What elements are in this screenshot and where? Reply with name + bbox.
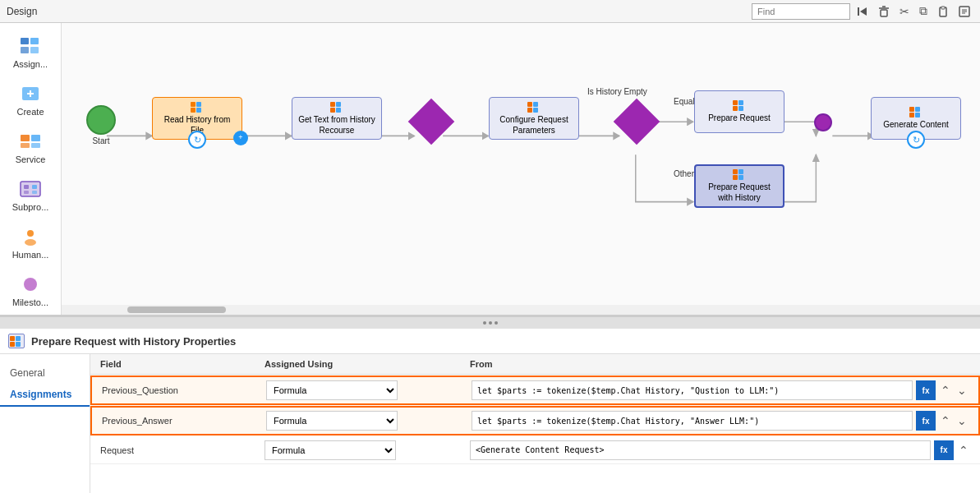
assign-label: Assign... [13,59,48,69]
row3-formula-field: fx ⌃ [470,440,970,460]
sidebar-item-subpro[interactable]: Subpro... [4,173,58,217]
nav-general[interactable]: General [0,362,90,384]
read-history-refresh: ↻ [188,131,206,149]
connector-svg [62,23,980,315]
sidebar-item-service[interactable]: Service [4,125,58,169]
col-assigned: Assigned Using [265,359,470,369]
read-history-badge: + [233,131,248,145]
svg-rect-25 [32,185,37,189]
row1-formula-field: fx ⌃ ⌄ [472,380,968,400]
copy-button[interactable]: ⧉ [916,2,931,20]
row2-assigned: Formula Expression Value [266,411,472,431]
row2-up-btn[interactable]: ⌃ [939,414,952,427]
bottom-panel: Prepare Request with History Properties … [0,329,980,493]
prepare-request-header [733,100,746,111]
row1-formula-select[interactable]: Formula Expression Value [266,380,398,400]
canvas-hscroll[interactable] [62,305,980,315]
row2-down-btn[interactable]: ⌄ [955,414,968,427]
svg-rect-24 [24,185,29,189]
svg-rect-20 [21,143,30,148]
generate-content-refresh: ↻ [907,131,925,149]
panel-body: General Assignments Field Assigned Using… [0,354,980,493]
row2-formula-input[interactable] [472,411,913,431]
panel-icon [8,334,25,348]
row2-from: fx ⌃ ⌄ [472,411,968,431]
prepare-request-history-icon [733,169,746,180]
prepare-request-history-node[interactable]: Prepare Request with History [694,164,784,208]
service-label: Service [16,154,46,164]
prepare-request-node[interactable]: Prepare Request [694,90,784,133]
row3-assigned: Formula Expression Value [265,440,470,460]
row1-assigned: Formula Expression Value [266,380,472,400]
read-history-icon [191,102,204,113]
cut-button[interactable]: ✂ [896,3,913,20]
create-icon [17,82,44,105]
toolbar-title: Design [7,6,748,17]
svg-marker-1 [860,7,867,16]
svg-rect-27 [32,191,37,194]
dot-3 [495,321,498,325]
sidebar-item-create[interactable]: Create [4,77,58,122]
row3-formula-input[interactable] [470,440,931,460]
human-label: Human... [12,250,49,260]
dot1-shape [814,113,832,131]
generate-content-label: Generate Content [883,119,949,130]
sidebar-item-human[interactable]: Human... [4,220,58,265]
subpro-label: Subpro... [12,202,49,212]
divider-dots[interactable] [0,317,980,329]
sidebar-item-assign[interactable]: Assign... [4,30,58,74]
dot1-node[interactable] [814,113,832,131]
generate-content-node[interactable]: Generate Content ↻ [871,97,961,140]
get-text-label: Get Text from History Recourse [297,114,376,136]
row3-from: fx ⌃ [470,440,970,460]
svg-rect-14 [30,47,39,53]
row1-down-btn[interactable]: ⌄ [955,384,968,397]
get-text-icon [330,102,343,113]
configure-request-node[interactable]: Configure Request Parameters [489,97,579,140]
diamond2-shape [614,99,660,145]
row3-formula-select[interactable]: Formula Expression Value [265,440,396,460]
diamond2-node[interactable] [620,105,653,138]
row1-formula-btn[interactable]: fx [916,380,936,400]
prepare-request-history-header [733,169,746,180]
properties-button[interactable] [955,4,973,19]
panel-title: Prepare Request with History Properties [31,335,236,348]
delete-button[interactable] [875,4,893,19]
svg-rect-2 [881,10,887,16]
read-history-node[interactable]: Read History from File + ↻ [152,97,242,140]
configure-request-label: Configure Request Parameters [495,114,573,136]
row2-formula-select[interactable]: Formula Expression Value [266,411,398,431]
start-node[interactable]: Start [86,105,116,145]
go-to-start-button[interactable] [853,4,872,19]
panel-header: Prepare Request with History Properties [0,329,980,354]
svg-rect-11 [21,38,29,44]
svg-rect-21 [31,143,40,148]
paste-button[interactable] [934,4,952,19]
diamond1-node[interactable] [415,105,448,138]
nav-assignments[interactable]: Assignments [0,384,90,407]
svg-rect-6 [941,7,945,9]
row1-field: Previous_Question [102,385,266,395]
row3-formula-btn[interactable]: fx [934,440,954,460]
dot-1 [483,321,486,325]
hscroll-thumb[interactable] [127,306,226,313]
find-input[interactable] [752,3,850,20]
row1-formula-input[interactable] [472,380,913,400]
svg-point-30 [24,278,37,291]
toolbar: Design ✂ ⧉ [0,0,980,23]
sidebar-item-milesto[interactable]: Milesto... [4,268,58,312]
row2-formula-btn[interactable]: fx [916,411,936,431]
main-container: Assign... Create [0,23,980,493]
row1-up-btn[interactable]: ⌃ [939,384,952,397]
row3-up-btn[interactable]: ⌃ [957,444,970,457]
canvas[interactable]: Start Read History from File + ↻ [62,23,980,315]
subprocess-icon [17,177,44,200]
milestone-icon [17,273,44,296]
get-text-node[interactable]: Get Text from History Recourse [292,97,382,140]
svg-rect-13 [21,47,29,53]
col-field: Field [100,359,265,369]
service-icon [17,130,44,153]
is-history-empty-label: Is History Empty [587,87,647,96]
svg-rect-22 [21,182,40,196]
create-label: Create [16,107,44,117]
